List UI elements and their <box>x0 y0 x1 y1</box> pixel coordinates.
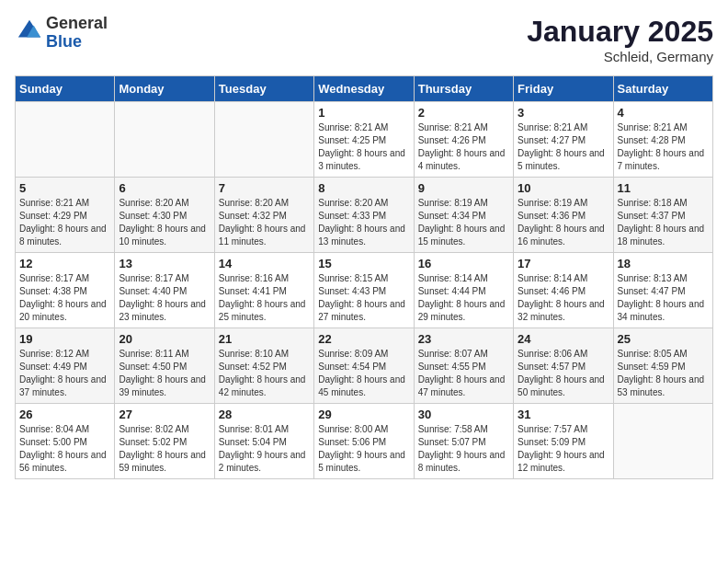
day-number: 22 <box>318 332 409 346</box>
day-info: Sunrise: 8:14 AM Sunset: 4:44 PM Dayligh… <box>418 272 509 324</box>
day-info: Sunrise: 8:05 AM Sunset: 4:59 PM Dayligh… <box>618 348 709 399</box>
calendar-day-cell: 20Sunrise: 8:11 AM Sunset: 4:50 PM Dayli… <box>115 328 214 404</box>
day-number: 21 <box>219 332 310 346</box>
calendar-day-cell: 3Sunrise: 8:21 AM Sunset: 4:27 PM Daylig… <box>514 102 613 178</box>
day-info: Sunrise: 8:00 AM Sunset: 5:06 PM Dayligh… <box>318 423 409 475</box>
day-number: 8 <box>318 181 409 195</box>
day-number: 2 <box>418 106 509 120</box>
calendar-day-cell: 12Sunrise: 8:17 AM Sunset: 4:38 PM Dayli… <box>16 253 115 328</box>
day-number: 28 <box>219 408 310 421</box>
day-info: Sunrise: 8:21 AM Sunset: 4:28 PM Dayligh… <box>618 121 709 173</box>
day-info: Sunrise: 8:21 AM Sunset: 4:27 PM Dayligh… <box>518 121 609 173</box>
calendar-day-cell: 14Sunrise: 8:16 AM Sunset: 4:41 PM Dayli… <box>214 253 313 328</box>
calendar-day-cell: 2Sunrise: 8:21 AM Sunset: 4:26 PM Daylig… <box>414 102 513 178</box>
calendar-day-cell: 16Sunrise: 8:14 AM Sunset: 4:44 PM Dayli… <box>414 253 513 328</box>
calendar-day-cell <box>115 102 214 178</box>
day-info: Sunrise: 8:17 AM Sunset: 4:40 PM Dayligh… <box>119 272 210 324</box>
day-info: Sunrise: 8:20 AM Sunset: 4:32 PM Dayligh… <box>219 197 310 248</box>
calendar-week-row: 1Sunrise: 8:21 AM Sunset: 4:25 PM Daylig… <box>16 102 713 178</box>
day-info: Sunrise: 8:02 AM Sunset: 5:02 PM Dayligh… <box>119 423 210 475</box>
day-number: 12 <box>19 257 110 270</box>
calendar-day-cell: 21Sunrise: 8:10 AM Sunset: 4:52 PM Dayli… <box>214 328 313 404</box>
calendar-day-cell: 11Sunrise: 8:18 AM Sunset: 4:37 PM Dayli… <box>613 178 712 253</box>
day-info: Sunrise: 8:13 AM Sunset: 4:47 PM Dayligh… <box>618 272 709 324</box>
day-info: Sunrise: 8:19 AM Sunset: 4:34 PM Dayligh… <box>418 197 509 248</box>
calendar-day-cell: 29Sunrise: 8:00 AM Sunset: 5:06 PM Dayli… <box>314 404 414 479</box>
day-info: Sunrise: 8:18 AM Sunset: 4:37 PM Dayligh… <box>618 197 709 248</box>
day-number: 15 <box>318 257 409 270</box>
day-number: 7 <box>219 181 310 195</box>
weekday-header: Saturday <box>613 76 712 102</box>
day-number: 16 <box>418 257 509 270</box>
page-header: General Blue January 2025 Schleid, Germa… <box>15 15 713 64</box>
location: Schleid, Germany <box>527 49 713 64</box>
logo-general: General <box>46 14 108 32</box>
logo-blue: Blue <box>46 32 82 51</box>
calendar-day-cell: 27Sunrise: 8:02 AM Sunset: 5:02 PM Dayli… <box>115 404 214 479</box>
day-info: Sunrise: 7:58 AM Sunset: 5:07 PM Dayligh… <box>418 423 509 475</box>
calendar-week-row: 12Sunrise: 8:17 AM Sunset: 4:38 PM Dayli… <box>16 253 713 328</box>
day-number: 31 <box>518 408 609 421</box>
day-number: 19 <box>19 332 110 346</box>
weekday-header: Tuesday <box>214 76 313 102</box>
day-info: Sunrise: 8:21 AM Sunset: 4:26 PM Dayligh… <box>418 121 509 173</box>
calendar-day-cell: 17Sunrise: 8:14 AM Sunset: 4:46 PM Dayli… <box>514 253 613 328</box>
day-info: Sunrise: 8:06 AM Sunset: 4:57 PM Dayligh… <box>518 348 609 399</box>
calendar-table: SundayMondayTuesdayWednesdayThursdayFrid… <box>15 75 713 479</box>
day-info: Sunrise: 8:12 AM Sunset: 4:49 PM Dayligh… <box>19 348 110 399</box>
calendar-day-cell: 25Sunrise: 8:05 AM Sunset: 4:59 PM Dayli… <box>613 328 712 404</box>
calendar-day-cell: 5Sunrise: 8:21 AM Sunset: 4:29 PM Daylig… <box>16 178 115 253</box>
month-title: January 2025 <box>527 15 713 49</box>
weekday-header: Sunday <box>16 76 115 102</box>
day-info: Sunrise: 8:01 AM Sunset: 5:04 PM Dayligh… <box>219 423 310 475</box>
day-info: Sunrise: 8:15 AM Sunset: 4:43 PM Dayligh… <box>318 272 409 324</box>
day-number: 13 <box>119 257 210 270</box>
day-info: Sunrise: 8:16 AM Sunset: 4:41 PM Dayligh… <box>219 272 310 324</box>
calendar-day-cell: 31Sunrise: 7:57 AM Sunset: 5:09 PM Dayli… <box>514 404 613 479</box>
calendar-day-cell: 9Sunrise: 8:19 AM Sunset: 4:34 PM Daylig… <box>414 178 513 253</box>
day-info: Sunrise: 8:21 AM Sunset: 4:29 PM Dayligh… <box>19 197 110 248</box>
day-number: 10 <box>518 181 609 195</box>
calendar-day-cell: 23Sunrise: 8:07 AM Sunset: 4:55 PM Dayli… <box>414 328 513 404</box>
day-info: Sunrise: 8:19 AM Sunset: 4:36 PM Dayligh… <box>518 197 609 248</box>
day-number: 17 <box>518 257 609 270</box>
day-number: 29 <box>318 408 409 421</box>
calendar-day-cell: 24Sunrise: 8:06 AM Sunset: 4:57 PM Dayli… <box>514 328 613 404</box>
calendar-day-cell <box>613 404 712 479</box>
day-number: 5 <box>19 181 110 195</box>
calendar-day-cell: 26Sunrise: 8:04 AM Sunset: 5:00 PM Dayli… <box>16 404 115 479</box>
day-number: 1 <box>318 106 409 120</box>
day-number: 27 <box>119 408 210 421</box>
day-info: Sunrise: 7:57 AM Sunset: 5:09 PM Dayligh… <box>518 423 609 475</box>
calendar-day-cell: 13Sunrise: 8:17 AM Sunset: 4:40 PM Dayli… <box>115 253 214 328</box>
calendar-day-cell: 1Sunrise: 8:21 AM Sunset: 4:25 PM Daylig… <box>314 102 414 178</box>
day-number: 6 <box>119 181 210 195</box>
calendar-day-cell: 4Sunrise: 8:21 AM Sunset: 4:28 PM Daylig… <box>613 102 712 178</box>
day-info: Sunrise: 8:04 AM Sunset: 5:00 PM Dayligh… <box>19 423 110 475</box>
day-number: 24 <box>518 332 609 346</box>
calendar-day-cell: 8Sunrise: 8:20 AM Sunset: 4:33 PM Daylig… <box>314 178 414 253</box>
calendar-day-cell: 6Sunrise: 8:20 AM Sunset: 4:30 PM Daylig… <box>115 178 214 253</box>
day-number: 9 <box>418 181 509 195</box>
title-block: January 2025 Schleid, Germany <box>527 15 713 64</box>
day-number: 23 <box>418 332 509 346</box>
weekday-header: Thursday <box>414 76 513 102</box>
day-number: 11 <box>618 181 709 195</box>
weekday-header: Wednesday <box>314 76 414 102</box>
day-number: 26 <box>19 408 110 421</box>
calendar-day-cell: 22Sunrise: 8:09 AM Sunset: 4:54 PM Dayli… <box>314 328 414 404</box>
calendar-week-row: 5Sunrise: 8:21 AM Sunset: 4:29 PM Daylig… <box>16 178 713 253</box>
day-info: Sunrise: 8:17 AM Sunset: 4:38 PM Dayligh… <box>19 272 110 324</box>
day-info: Sunrise: 8:20 AM Sunset: 4:33 PM Dayligh… <box>318 197 409 248</box>
calendar-day-cell: 30Sunrise: 7:58 AM Sunset: 5:07 PM Dayli… <box>414 404 513 479</box>
calendar-day-cell: 15Sunrise: 8:15 AM Sunset: 4:43 PM Dayli… <box>314 253 414 328</box>
calendar-day-cell <box>16 102 115 178</box>
weekday-header-row: SundayMondayTuesdayWednesdayThursdayFrid… <box>16 76 713 102</box>
day-number: 25 <box>618 332 709 346</box>
day-number: 4 <box>618 106 709 120</box>
calendar-day-cell: 18Sunrise: 8:13 AM Sunset: 4:47 PM Dayli… <box>613 253 712 328</box>
calendar-day-cell: 7Sunrise: 8:20 AM Sunset: 4:32 PM Daylig… <box>214 178 313 253</box>
day-number: 30 <box>418 408 509 421</box>
calendar-day-cell <box>214 102 313 178</box>
day-info: Sunrise: 8:14 AM Sunset: 4:46 PM Dayligh… <box>518 272 609 324</box>
